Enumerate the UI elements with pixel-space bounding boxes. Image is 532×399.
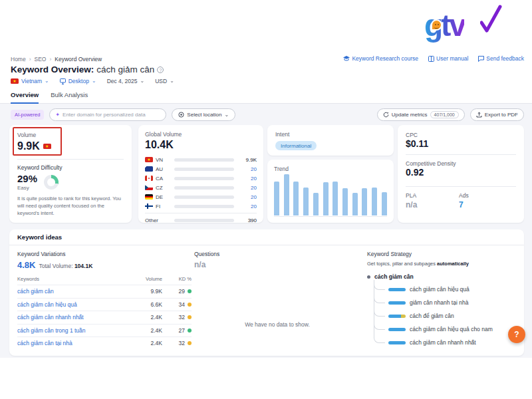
- strategy-child-node[interactable]: cách giảm cân hiệu quả cho nam: [367, 323, 517, 336]
- global-volume-rows: ★ VN 9.9K AU 20 ✦ CA 20: [145, 155, 257, 225]
- country-volume[interactable]: 20: [237, 194, 257, 200]
- location-select[interactable]: Select location ⌄: [172, 108, 235, 121]
- finland-flag-icon: [145, 203, 153, 209]
- table-row: cách giảm cân tại nhà 2.4K 32: [17, 336, 192, 350]
- country-code: DE: [156, 194, 172, 200]
- intent-card: Intent Informational: [267, 125, 394, 156]
- header-links: Keyword Research course User manual Send…: [343, 55, 524, 62]
- keyword-link[interactable]: cách giảm cân trong 1 tuần: [17, 327, 134, 334]
- date-filter[interactable]: Dec 4, 2025 ⌄: [107, 78, 145, 84]
- country-filter[interactable]: ★ Vietnam ⌄: [11, 78, 49, 84]
- keyword-research-course-link[interactable]: Keyword Research course: [343, 55, 418, 62]
- strategy-child-node[interactable]: cách giảm cân nhanh nhất: [367, 336, 517, 349]
- cpc-value: $0.11: [406, 138, 516, 149]
- keyword-link[interactable]: cách giảm cân: [17, 288, 134, 295]
- country-volume: 9.9K: [237, 157, 257, 163]
- breadcrumb-keyword-overview: Keyword Overview: [55, 56, 102, 63]
- quota-badge: 407/1,000: [430, 111, 459, 118]
- breadcrumb-seo[interactable]: SEO: [35, 56, 47, 63]
- variations-count[interactable]: 4.8K: [17, 260, 35, 270]
- export-pdf-label: Export to PDF: [485, 112, 518, 118]
- country-code: AU: [156, 166, 172, 172]
- country-volume[interactable]: 20: [237, 203, 257, 209]
- trend-bar: [274, 182, 279, 215]
- keyword-ideas-title: Keyword ideas: [9, 229, 524, 245]
- table-row: cách giảm cân trong 1 tuần 2.4K 27: [17, 324, 192, 337]
- info-icon[interactable]: ?: [157, 66, 164, 73]
- export-icon: [476, 112, 482, 118]
- chevron-down-icon: ⌄: [224, 113, 229, 117]
- tab-bar: Overview Bulk Analysis: [11, 91, 88, 104]
- keyword-strategy-subtitle: Get topics, pillar and subpages automati…: [367, 261, 517, 267]
- competitive-density-value: 0.92: [406, 167, 516, 178]
- kd-dot-icon: [188, 315, 192, 319]
- keyword-link[interactable]: cách giảm cân tại nhà: [17, 340, 134, 346]
- trend-label: Trend: [274, 166, 387, 172]
- domain-input[interactable]: [63, 112, 160, 118]
- trend-bar: [352, 193, 358, 215]
- ads-value[interactable]: 7: [459, 200, 469, 209]
- help-button[interactable]: ?: [508, 326, 525, 343]
- canada-flag-icon: ✦: [145, 176, 153, 182]
- germany-flag-icon: [145, 194, 153, 200]
- keyword-strategy-label: Keyword Strategy: [367, 251, 517, 257]
- book-icon: [428, 56, 434, 62]
- keyword-variations-label: Keyword Variations: [17, 251, 192, 257]
- root-dot-icon: [367, 275, 370, 279]
- questions-section: Questions n/a We have no data to show.: [194, 251, 360, 269]
- page-title: Keyword Overview: cách giảm cân ?: [11, 65, 164, 74]
- graduation-cap-icon: [343, 56, 350, 62]
- no-data-message: We have no data to show.: [194, 321, 360, 328]
- send-feedback-link[interactable]: Send feedback: [478, 55, 524, 62]
- device-filter[interactable]: Desktop ⌄: [60, 78, 96, 84]
- strategy-child-label: cách giảm cân nhanh nhất: [410, 339, 476, 346]
- chevron-down-icon: ⌄: [170, 79, 174, 83]
- czechia-flag-icon: [145, 185, 153, 191]
- strategy-child-node[interactable]: giảm cân nhanh tại nhà: [367, 296, 517, 309]
- monitor-icon: [60, 78, 66, 84]
- chevron-down-icon: ⌄: [92, 79, 96, 83]
- other-label: Other: [145, 217, 172, 223]
- volume-label: Volume: [17, 132, 124, 138]
- trend-bar: [313, 193, 319, 215]
- user-manual-link[interactable]: User manual: [428, 55, 468, 62]
- column-volume[interactable]: Volume: [134, 276, 162, 282]
- table-row: cách giảm cân 9.9K 29: [17, 285, 192, 298]
- kd-dot-icon: [188, 289, 192, 293]
- keyword-link[interactable]: cách giảm cân hiệu quả: [17, 301, 134, 308]
- breadcrumb-home[interactable]: Home: [11, 56, 26, 63]
- strategy-child-node[interactable]: cách để giảm cân: [367, 309, 517, 323]
- keyword-strategy-section: Keyword Strategy Get topics, pillar and …: [367, 251, 517, 349]
- breadcrumb-separator: ›: [29, 56, 31, 63]
- global-volume-row: DE 20: [145, 192, 257, 201]
- kd-donut: [44, 175, 59, 190]
- trend-bar: [284, 174, 289, 215]
- tab-overview[interactable]: Overview: [11, 91, 39, 104]
- app-window: Home › SEO › Keyword Overview Keyword Re…: [0, 50, 532, 358]
- header-link-label: User manual: [436, 55, 468, 62]
- header-link-label: Keyword Research course: [352, 55, 418, 62]
- update-metrics-label: Update metrics: [392, 112, 428, 118]
- update-metrics-button[interactable]: Update metrics 407/1,000: [377, 108, 465, 121]
- date-filter-label: Dec 4, 2025: [107, 78, 138, 84]
- keyword-link[interactable]: cách giảm cân nhanh nhất: [17, 314, 134, 321]
- kd-dot-icon: [188, 303, 192, 307]
- global-volume-value: 10.4K: [145, 139, 257, 151]
- currency-filter[interactable]: USD ⌄: [155, 78, 174, 84]
- global-volume-row: AU 20: [145, 164, 257, 174]
- intent-badge-informational[interactable]: Informational: [275, 141, 317, 150]
- volume-value: 9.9K: [17, 140, 40, 152]
- strategy-root-node[interactable]: cách giảm cân: [367, 273, 517, 280]
- country-volume[interactable]: 20: [237, 176, 257, 182]
- country-volume[interactable]: 20: [237, 166, 257, 172]
- column-kd[interactable]: KD %: [162, 276, 192, 282]
- export-pdf-button[interactable]: Export to PDF: [470, 108, 524, 121]
- country-volume[interactable]: 20: [237, 185, 257, 191]
- other-volume: 390: [237, 217, 257, 223]
- subtitle-text: Get topics, pillar and subpages: [367, 261, 437, 267]
- kd-dot-icon: [188, 329, 192, 332]
- strategy-child-node[interactable]: cách giảm cân hiệu quả: [367, 283, 517, 296]
- column-keywords[interactable]: Keywords: [17, 276, 134, 282]
- tab-bulk-analysis[interactable]: Bulk Analysis: [51, 91, 88, 104]
- competitive-density-label: Competitive Density: [406, 160, 516, 167]
